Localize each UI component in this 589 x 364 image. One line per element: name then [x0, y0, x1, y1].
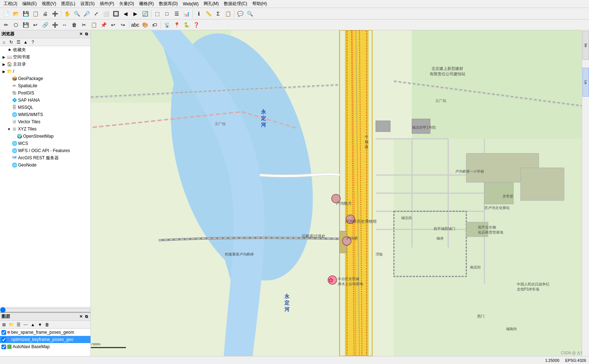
browser-tree[interactable]: ★ 收藏夹 ▶ 📖 空间书签 ▶ 🏠 主目录 ▶ 📁 /	[0, 46, 90, 307]
browser-filter-btn[interactable]: ☰	[15, 39, 22, 45]
layers-remove-btn[interactable]: 🗑	[44, 321, 50, 328]
save-as-btn[interactable]: 📋	[31, 9, 40, 18]
browser-float-icon[interactable]: ⧉	[84, 32, 89, 36]
menu-raster[interactable]: 栅格(R)	[137, 0, 156, 8]
browser-help-btn[interactable]: ?	[30, 39, 36, 45]
tree-item-bookmarks[interactable]: ▶ 📖 空间书签	[0, 53, 90, 61]
menu-mesh[interactable]: 网孔(M)	[201, 0, 221, 8]
tree-item-spatialite[interactable]: ✏ SpatiaLite	[0, 82, 90, 89]
tree-item-wfs[interactable]: 🌐 WFS / OGC API - Features	[0, 147, 90, 154]
browser-collapse-btn[interactable]: ▲	[22, 39, 29, 45]
layers-down-btn[interactable]: ▼	[37, 321, 43, 328]
menu-vector[interactable]: 矢量(O)	[117, 0, 136, 8]
layer-item-optimized[interactable]: optimized_keyframe_poses_geo	[0, 336, 90, 343]
undo-btn[interactable]: ↩	[108, 20, 118, 30]
browser-home-btn[interactable]: ⌂	[1, 39, 7, 45]
georef-btn[interactable]: 📍	[172, 20, 181, 30]
copy-feature-btn[interactable]: 📋	[89, 20, 98, 30]
tree-item-arcgis[interactable]: 🗺 ArcGIS REST 服务器	[0, 154, 90, 161]
layers-filter-btn[interactable]: ☰	[15, 321, 22, 328]
plugin-btn[interactable]: 🐍	[182, 20, 191, 30]
edit-node-btn[interactable]: ⬡	[11, 20, 21, 30]
zoom-full-btn[interactable]: ⤢	[92, 9, 101, 18]
browser-scroll-h[interactable]	[0, 307, 90, 312]
menu-plugins[interactable]: 插件(P)	[98, 0, 116, 8]
menu-database[interactable]: 数据库(D)	[157, 0, 180, 8]
zoom-in-btn[interactable]: 🔍	[72, 9, 81, 18]
rollback-btn[interactable]: ↩	[31, 20, 40, 30]
move-feature-btn[interactable]: ↔	[60, 20, 69, 30]
zoom-selection-btn[interactable]: ⬜	[101, 9, 111, 18]
gps-btn[interactable]: 📡	[162, 20, 172, 30]
browser-refresh-btn[interactable]: ↻	[8, 39, 14, 45]
right-panel-tab-1[interactable]: Se	[583, 31, 589, 60]
layers-open-btn[interactable]: ⊞	[1, 321, 7, 328]
delete-feature-btn[interactable]: 🗑	[70, 20, 79, 30]
save-project-btn[interactable]: 💾	[21, 9, 30, 18]
menu-project[interactable]: 工程(J)	[1, 0, 19, 8]
refresh-btn[interactable]: 🔄	[140, 9, 150, 18]
report-btn[interactable]: 📋	[223, 9, 232, 18]
layers-float-icon[interactable]: ⧉	[84, 314, 89, 319]
search-btn[interactable]: 🔍	[245, 9, 254, 18]
filter-btn[interactable]: ☰	[172, 9, 181, 18]
menu-layer[interactable]: 图层(L)	[59, 0, 78, 8]
layers-up-btn[interactable]: ▲	[30, 321, 36, 328]
menu-edit[interactable]: 编辑(E)	[20, 0, 39, 8]
menu-help[interactable]: 帮助(H)	[250, 0, 269, 8]
layer-checkbox-autonavi[interactable]	[1, 345, 6, 349]
print-layout-btn[interactable]: 🖨	[40, 9, 50, 18]
layers-more-btn[interactable]: ⋯	[22, 321, 29, 328]
help-btn2[interactable]: ❓	[191, 20, 201, 30]
layers-close-icon[interactable]: ✕	[78, 314, 83, 319]
measure-btn[interactable]: 📏	[204, 9, 213, 18]
layer-item-autonavi[interactable]: AutoNavi BaseMap	[0, 343, 90, 350]
menu-processing[interactable]: 数据处理(C)	[222, 0, 249, 8]
tree-item-geopackage[interactable]: 📦 GeoPackage	[0, 75, 90, 82]
tree-item-xyz-tiles[interactable]: ▼ ⊞ XYZ Tiles	[0, 125, 90, 133]
menu-settings[interactable]: 设置(S)	[78, 0, 97, 8]
attribute-btn[interactable]: 📊	[182, 9, 191, 18]
layers-tree[interactable]: bev_sparse_frame_poses_geom optimized_ke…	[0, 329, 90, 356]
menu-view[interactable]: 视图(V)	[40, 0, 58, 8]
annotation-btn[interactable]: 🏷	[150, 20, 159, 30]
tree-item-wcs[interactable]: 🌐 WCS	[0, 140, 90, 147]
digitize-btn[interactable]: ✏	[1, 20, 11, 30]
tree-item-geonode[interactable]: 🌐 GeoNode	[0, 161, 90, 169]
label-btn[interactable]: abc	[130, 20, 140, 30]
select-btn[interactable]: ⬚	[152, 9, 162, 18]
tree-item-home[interactable]: ▶ 🏠 主目录	[0, 61, 90, 68]
tree-item-osm[interactable]: 🌍 OpenStreetMap	[0, 133, 90, 140]
zoom-layer-btn[interactable]: 🔲	[111, 9, 120, 18]
cut-feature-btn[interactable]: ✂	[79, 20, 89, 30]
zoom-out-btn[interactable]: 🔎	[82, 9, 91, 18]
redo-btn[interactable]: ↪	[118, 20, 128, 30]
layer-checkbox-optimized[interactable]	[1, 337, 6, 342]
save-edits-btn[interactable]: 💾	[21, 20, 30, 30]
tree-item-saphana[interactable]: 💠 SAP HANA	[0, 97, 90, 104]
tips-btn[interactable]: 💬	[235, 9, 245, 18]
deselect-btn[interactable]: □	[162, 9, 172, 18]
open-project-btn[interactable]: 📂	[11, 9, 21, 18]
add-feature-btn[interactable]: ➕	[50, 20, 59, 30]
tree-item-root[interactable]: ▶ 📁 /	[0, 68, 90, 75]
tree-item-wmswmts[interactable]: 🌐 WMS/WMTS	[0, 111, 90, 118]
right-panel-tab-2[interactable]: La	[583, 68, 589, 97]
layer-item-bev[interactable]: bev_sparse_frame_poses_geom	[0, 329, 90, 336]
menu-web[interactable]: Web(W)	[181, 1, 201, 7]
layer-checkbox-bev[interactable]	[1, 330, 6, 335]
tree-item-mssql[interactable]: 🗄 MSSQL	[0, 104, 90, 111]
statistics-btn[interactable]: Σ	[213, 9, 223, 18]
browser-close-icon[interactable]: ✕	[78, 32, 83, 36]
snap-btn[interactable]: 🔗	[40, 20, 50, 30]
tree-item-postgis[interactable]: 🐘 PostGIS	[0, 89, 90, 97]
color-btn[interactable]: 🎨	[140, 20, 150, 30]
zoom-next-btn[interactable]: ▶	[130, 9, 140, 18]
paste-feature-btn[interactable]: 📌	[99, 20, 108, 30]
browser-hscroll[interactable]	[0, 307, 90, 312]
tree-item-vector-tiles[interactable]: ⊞ Vector Tiles	[0, 118, 90, 125]
pan-btn[interactable]: ✋	[62, 9, 72, 18]
map-area[interactable]: ✿ 永 定 河 永 定 河 北京建上新型建材 有限责任公司建恒站 京广线 京广线	[91, 30, 582, 356]
zoom-prev-btn[interactable]: ◀	[121, 9, 130, 18]
layers-add-group-btn[interactable]: 📁	[8, 321, 14, 328]
